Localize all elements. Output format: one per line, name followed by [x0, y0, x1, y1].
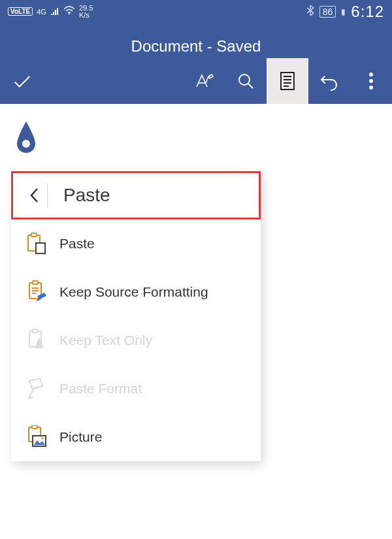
picture-icon — [25, 425, 48, 449]
menu-item-paste[interactable]: Paste — [11, 220, 261, 268]
keep-text-only-icon — [25, 329, 48, 352]
paste-format-icon — [25, 377, 48, 400]
paste-panel: Paste Paste — [11, 171, 261, 461]
battery-icon: ▮ — [341, 7, 346, 16]
svg-rect-11 — [33, 281, 38, 284]
clock: 6:12 — [351, 3, 384, 21]
more-button[interactable] — [350, 58, 392, 104]
menu-item-paste-format: Paste Format — [11, 365, 261, 413]
menu-item-label: Keep Text Only — [59, 333, 152, 348]
signal-icon — [50, 6, 59, 17]
menu-item-label: Paste Format — [59, 381, 142, 397]
svg-rect-9 — [36, 243, 45, 253]
svg-point-1 — [239, 74, 250, 85]
search-button[interactable] — [225, 58, 267, 104]
net-speed: 29.5 K/s — [79, 5, 93, 19]
svg-rect-15 — [32, 425, 37, 429]
battery-indicator: 86 — [319, 6, 336, 18]
volte-indicator: VoLTE — [8, 7, 33, 16]
app-bar: Document - Saved — [0, 23, 392, 104]
undo-button[interactable] — [308, 58, 350, 104]
svg-rect-2 — [281, 73, 294, 90]
svg-point-6 — [22, 140, 30, 148]
panel-title: Paste — [63, 185, 110, 206]
svg-point-5 — [369, 86, 373, 90]
bluetooth-icon — [306, 5, 314, 18]
panel-header[interactable]: Paste — [11, 171, 261, 220]
svg-rect-13 — [33, 329, 38, 333]
menu-item-keep-text-only: Keep Text Only — [11, 316, 261, 365]
svg-point-0 — [69, 13, 70, 14]
paste-icon — [25, 233, 48, 255]
keep-source-formatting-icon — [25, 280, 48, 304]
wifi-icon — [63, 6, 75, 17]
menu-item-label: Picture — [59, 429, 102, 445]
document-area: Paste Paste — [0, 104, 392, 461]
separator — [47, 183, 48, 208]
document-title: Document - Saved — [0, 23, 392, 56]
svg-point-3 — [369, 73, 373, 76]
menu-item-picture[interactable]: Picture — [11, 413, 261, 461]
back-icon[interactable] — [22, 186, 47, 204]
svg-rect-8 — [31, 233, 37, 237]
teardrop-cursor-icon[interactable] — [14, 120, 378, 158]
menu-item-label: Paste — [59, 236, 95, 252]
toolbar — [0, 58, 392, 104]
status-bar: VoLTE 4G 29.5 K/s 86 ▮ 6:12 — [0, 0, 392, 23]
svg-point-4 — [369, 79, 373, 83]
menu-item-keep-source-formatting[interactable]: Keep Source Formatting — [11, 268, 261, 316]
done-button[interactable] — [3, 58, 42, 104]
network-indicator: 4G — [37, 8, 46, 16]
menu-item-label: Keep Source Formatting — [59, 284, 208, 300]
svg-point-17 — [41, 437, 44, 440]
reading-view-button[interactable] — [267, 58, 308, 104]
font-format-button[interactable] — [183, 58, 225, 104]
